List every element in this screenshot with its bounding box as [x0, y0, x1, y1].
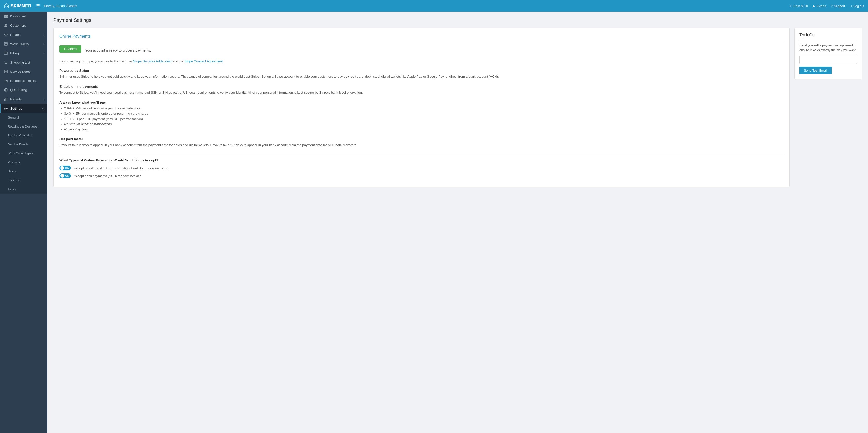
support-link[interactable]: ? Support [831, 4, 845, 8]
fee-item-4: No fees for declined transactions [64, 121, 783, 127]
settings-submenu: General Readings & Dosages Service Check… [0, 113, 48, 194]
enable-title: Enable online payments [59, 85, 783, 88]
toggle-1-label: ON [65, 167, 69, 170]
sidebar-item-qbo-billing[interactable]: $ QBO Billing [0, 85, 48, 94]
stripe-notice: By connecting to Stripe, you agree to th… [59, 59, 783, 64]
svg-rect-6 [4, 42, 7, 45]
sidebar-submenu-products[interactable]: Products [0, 158, 48, 167]
reports-chevron: ‹ [42, 98, 43, 100]
toggle-2-dot [60, 174, 64, 178]
svg-rect-22 [6, 98, 7, 100]
billing-chevron: ‹ [42, 52, 43, 55]
sidebar-item-work-orders[interactable]: Work Orders ‹ [0, 39, 48, 49]
toggle-1[interactable]: ON [59, 166, 71, 170]
section-divider [59, 153, 783, 153]
toggle-2-text: Accept bank payments (ACH) for new invoi… [74, 174, 141, 178]
sidebar-submenu-invoicing[interactable]: Invoicing [0, 176, 48, 185]
svg-rect-21 [6, 98, 6, 100]
powered-by-stripe-block: Powered by Stripe Skimmer uses Stripe to… [59, 68, 783, 79]
online-payments-title: Online Payments [59, 34, 783, 42]
enabled-row: Enabled Your account is ready to process… [59, 45, 783, 56]
sidebar: Dashboard Customers Routes ‹ Work Orders… [0, 12, 48, 433]
online-payments-panel: Online Payments Enabled Your account is … [53, 28, 789, 187]
svg-rect-3 [4, 17, 6, 18]
routes-chevron: ‹ [42, 33, 43, 36]
app-logo: SKIMMER [4, 3, 31, 8]
fee-item-2: 3.4% + 25¢ per manually entered or recur… [64, 111, 783, 116]
try-it-out-panel: Try It Out Send yourself a payment recei… [795, 28, 862, 79]
toggle-1-dot [60, 166, 64, 170]
content-area: Online Payments Enabled Your account is … [53, 28, 862, 187]
sidebar-item-routes[interactable]: Routes ‹ [0, 30, 48, 39]
work-orders-chevron: ‹ [42, 42, 43, 45]
fee-item-3: 1% + 25¢ per ACH payment (max $10 per tr… [64, 116, 783, 122]
always-know-title: Always know what you'll pay [59, 100, 783, 104]
svg-rect-4 [6, 17, 7, 18]
send-test-email-button[interactable]: Send Test Email [800, 67, 832, 74]
toggle-2[interactable]: ON [59, 173, 71, 178]
fee-item-5: No monthly fees [64, 127, 783, 132]
main-content: Payment Settings Online Payments Enabled… [48, 12, 868, 433]
play-icon: ▶ [813, 4, 815, 8]
enabled-badge-button[interactable]: Enabled [59, 45, 82, 53]
settings-icon [4, 107, 8, 110]
sidebar-submenu-readings-dosages[interactable]: Readings & Dosages [0, 122, 48, 131]
try-it-out-title: Try It Out [800, 33, 857, 40]
svg-rect-2 [6, 15, 7, 16]
sidebar-submenu-users[interactable]: Users [0, 167, 48, 176]
svg-rect-9 [4, 52, 7, 54]
toggle-1-text: Accept credit and debit cards and digita… [74, 166, 167, 170]
sidebar-item-dashboard[interactable]: Dashboard [0, 12, 48, 21]
page-title: Payment Settings [53, 18, 862, 23]
sidebar-item-settings[interactable]: Settings ∨ [0, 104, 48, 113]
svg-point-23 [5, 108, 6, 109]
enable-desc: To connect to Stripe, you'll need your l… [59, 90, 783, 95]
greeting-text: Howdy, Jason Owner! [44, 4, 789, 8]
sidebar-submenu-taxes[interactable]: Taxes [0, 185, 48, 194]
toggle-2-label: ON [65, 174, 69, 177]
earn-link[interactable]: ☆ Earn $150 [789, 4, 808, 8]
sidebar-submenu-service-emails[interactable]: Service Emails [0, 140, 48, 149]
fee-item-1: 2.9% + 25¢ per online invoice paid via c… [64, 106, 783, 111]
svg-text:$: $ [5, 89, 6, 91]
star-icon: ☆ [789, 4, 792, 8]
sidebar-item-shopping-list[interactable]: Shopping List [0, 58, 48, 67]
stripe-connect-link[interactable]: Stripe Connect Agreement [184, 59, 223, 63]
billing-icon [4, 51, 8, 55]
dashboard-icon [4, 14, 8, 18]
get-paid-faster-block: Get paid faster Payouts take 2 days to a… [59, 137, 783, 148]
question-icon: ? [831, 4, 833, 8]
top-navigation: SKIMMER ☰ Howdy, Jason Owner! ☆ Earn $15… [0, 0, 868, 12]
sidebar-item-service-notes[interactable]: Service Notes [0, 67, 48, 76]
sidebar-submenu-work-order-types[interactable]: Work Order Types [0, 149, 48, 158]
fee-list: 2.9% + 25¢ per online invoice paid via c… [59, 106, 783, 132]
sidebar-item-broadcast-emails[interactable]: Broadcast Emails [0, 76, 48, 85]
toggle-row-1: ON Accept credit and debit cards and dig… [59, 166, 783, 170]
videos-link[interactable]: ▶ Videos [813, 4, 826, 8]
broadcast-emails-icon [4, 79, 8, 83]
sidebar-item-customers[interactable]: Customers [0, 21, 48, 30]
logout-link[interactable]: ⇥ Log out [850, 4, 864, 8]
sidebar-submenu-service-checklist[interactable]: Service Checklist [0, 131, 48, 140]
customers-icon [4, 24, 8, 27]
svg-point-5 [5, 24, 6, 25]
test-email-input[interactable] [800, 56, 857, 64]
sidebar-item-reports[interactable]: Reports ‹ [0, 94, 48, 104]
try-it-out-desc: Send yourself a payment receipt email to… [800, 43, 857, 52]
routes-icon [4, 33, 8, 37]
qbo-billing-icon: $ [4, 88, 8, 92]
menu-icon[interactable]: ☰ [36, 3, 40, 8]
stripe-addendum-link[interactable]: Stripe Services Addendum [133, 59, 172, 63]
powered-desc: Skimmer uses Stripe to help you get paid… [59, 74, 783, 79]
svg-rect-20 [4, 99, 5, 100]
faster-desc: Payouts take 2 days to appear in your ba… [59, 143, 783, 148]
toggle-row-2: ON Accept bank payments (ACH) for new in… [59, 173, 783, 178]
shopping-list-icon [4, 60, 8, 64]
powered-title: Powered by Stripe [59, 68, 783, 73]
service-notes-icon [4, 69, 8, 74]
accept-title: What Types of Online Payments Would You … [59, 158, 783, 162]
sidebar-item-billing[interactable]: Billing ‹ [0, 49, 48, 58]
sidebar-submenu-general[interactable]: General [0, 113, 48, 122]
always-know-block: Always know what you'll pay 2.9% + 25¢ p… [59, 100, 783, 132]
account-ready-text: Your account is ready to process payment… [85, 49, 151, 52]
